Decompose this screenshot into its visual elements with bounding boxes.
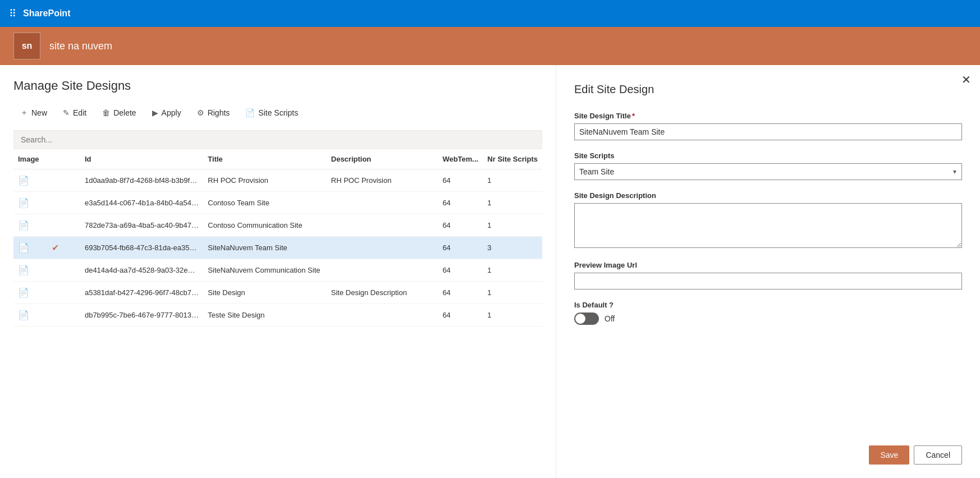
save-button[interactable]: Save [869, 445, 909, 465]
row-nrscripts: 1 [483, 169, 542, 192]
new-button[interactable]: ＋ New [13, 104, 54, 121]
table-row[interactable]: 📄 e3a5d144-c067-4b1a-84b0-4a54fe... Cont… [13, 192, 542, 214]
apply-button[interactable]: ▶ Apply [145, 105, 188, 121]
data-table: Image Id Title Description WebTem... Nr … [13, 149, 542, 327]
row-description [327, 214, 438, 237]
row-title: Contoso Team Site [203, 192, 326, 214]
edit-button[interactable]: ✎ Edit [56, 105, 93, 121]
rights-button[interactable]: ⚙ Rights [190, 105, 237, 121]
description-group: Site Design Description [574, 191, 962, 250]
apply-label: Apply [162, 108, 181, 117]
row-nrscripts: 3 [483, 237, 542, 259]
table-row[interactable]: 📄 db7b995c-7be6-467e-9777-80138... Teste… [13, 304, 542, 327]
table-row[interactable]: 📄 782de73a-a69a-4ba5-ac40-9b4706... Cont… [13, 214, 542, 237]
row-id: a5381daf-b427-4296-96f7-48cb70c... [80, 282, 203, 304]
site-scripts-label: Site Scripts [574, 151, 962, 160]
is-default-label: Is Default ? [574, 301, 962, 309]
row-description: RH POC Provision [327, 169, 438, 192]
description-input[interactable] [574, 203, 962, 248]
site-design-title-input[interactable] [574, 123, 962, 140]
file-icon: 📄 [18, 198, 29, 208]
col-header-nrscripts: Nr Site Scripts [483, 149, 542, 169]
delete-icon: 🗑 [102, 108, 110, 117]
row-webtemp: 64 [438, 237, 483, 259]
preview-image-input[interactable] [574, 273, 962, 289]
delete-label: Delete [113, 108, 136, 117]
top-nav: ⠿ SharePoint [0, 0, 980, 27]
edit-panel: ✕ Edit Site Design Site Design Title* Si… [556, 65, 980, 478]
table-row[interactable]: 📄 ✔ 693b7054-fb68-47c3-81da-ea351d... Si… [13, 237, 542, 259]
panel-footer: Save Cancel [574, 432, 962, 465]
row-nrscripts: 1 [483, 214, 542, 237]
row-webtemp: 64 [438, 259, 483, 282]
toggle-label: Off [605, 314, 615, 323]
row-description [327, 192, 438, 214]
col-header-image: Image [13, 149, 47, 169]
new-label: New [31, 108, 47, 117]
is-default-group: Is Default ? Off [574, 301, 962, 325]
delete-button[interactable]: 🗑 Delete [95, 105, 143, 121]
edit-icon: ✎ [63, 108, 70, 117]
row-image-cell: 📄 [13, 259, 47, 282]
col-header-title: Title [203, 149, 326, 169]
close-button[interactable]: ✕ [961, 74, 971, 85]
selected-icon: ✔ [52, 243, 59, 252]
left-panel: Manage Site Designs ＋ New ✎ Edit 🗑 Delet… [0, 65, 556, 478]
row-select-cell [47, 192, 80, 214]
toggle-track[interactable] [574, 312, 599, 325]
description-label: Site Design Description [574, 191, 962, 200]
row-webtemp: 64 [438, 282, 483, 304]
row-image-cell: 📄 [13, 169, 47, 192]
row-title: Contoso Communication Site [203, 214, 326, 237]
panel-title: Edit Site Design [574, 83, 962, 96]
avatar: sn [13, 33, 40, 59]
cancel-button[interactable]: Cancel [914, 445, 962, 465]
row-id: db7b995c-7be6-467e-9777-80138... [80, 304, 203, 327]
row-description [327, 237, 438, 259]
site-name: site na nuvem [49, 40, 112, 52]
site-scripts-select[interactable]: Team SiteCommunication SiteRH POC Provis… [574, 163, 962, 180]
col-header-webtemp: WebTem... [438, 149, 483, 169]
edit-label: Edit [73, 108, 86, 117]
site-scripts-label: Site Scripts [258, 108, 298, 117]
row-select-cell [47, 259, 80, 282]
file-icon: 📄 [18, 243, 29, 252]
site-header: sn site na nuvem [0, 27, 980, 65]
row-description [327, 304, 438, 327]
site-scripts-button[interactable]: 📄 Site Scripts [239, 105, 305, 121]
site-scripts-icon: 📄 [245, 108, 255, 117]
page-title: Manage Site Designs [13, 79, 542, 93]
plus-icon: ＋ [20, 108, 28, 118]
row-image-cell: 📄 [13, 304, 47, 327]
search-input[interactable] [13, 130, 542, 149]
row-select-cell [47, 282, 80, 304]
col-header-id: Id [80, 149, 203, 169]
file-icon: 📄 [18, 176, 29, 185]
row-select-cell [47, 169, 80, 192]
row-id: e3a5d144-c067-4b1a-84b0-4a54fe... [80, 192, 203, 214]
row-image-cell: 📄 [13, 282, 47, 304]
preview-image-group: Preview Image Url [574, 261, 962, 289]
row-image-cell: 📄 [13, 192, 47, 214]
row-select-cell: ✔ [47, 237, 80, 259]
table-row[interactable]: 📄 1d0aa9ab-8f7d-4268-bf48-b3b9fc0... RH … [13, 169, 542, 192]
table-row[interactable]: 📄 de414a4d-aa7d-4528-9a03-32e90... SiteN… [13, 259, 542, 282]
row-title: SiteNaNuvem Communication Site [203, 259, 326, 282]
row-title: Site Design [203, 282, 326, 304]
app-launcher-icon[interactable]: ⠿ [9, 7, 16, 20]
row-title: SiteNaNuvem Team Site [203, 237, 326, 259]
file-icon: 📄 [18, 310, 29, 320]
row-select-cell [47, 304, 80, 327]
row-image-cell: 📄 [13, 237, 47, 259]
row-description [327, 259, 438, 282]
site-design-title-label: Site Design Title* [574, 112, 962, 120]
row-select-cell [47, 214, 80, 237]
row-image-cell: 📄 [13, 214, 47, 237]
file-icon: 📄 [18, 288, 29, 297]
rights-label: Rights [208, 108, 230, 117]
apply-icon: ▶ [152, 108, 158, 117]
row-webtemp: 64 [438, 304, 483, 327]
table-row[interactable]: 📄 a5381daf-b427-4296-96f7-48cb70c... Sit… [13, 282, 542, 304]
row-title: RH POC Provision [203, 169, 326, 192]
site-scripts-group: Site Scripts Team SiteCommunication Site… [574, 151, 962, 180]
